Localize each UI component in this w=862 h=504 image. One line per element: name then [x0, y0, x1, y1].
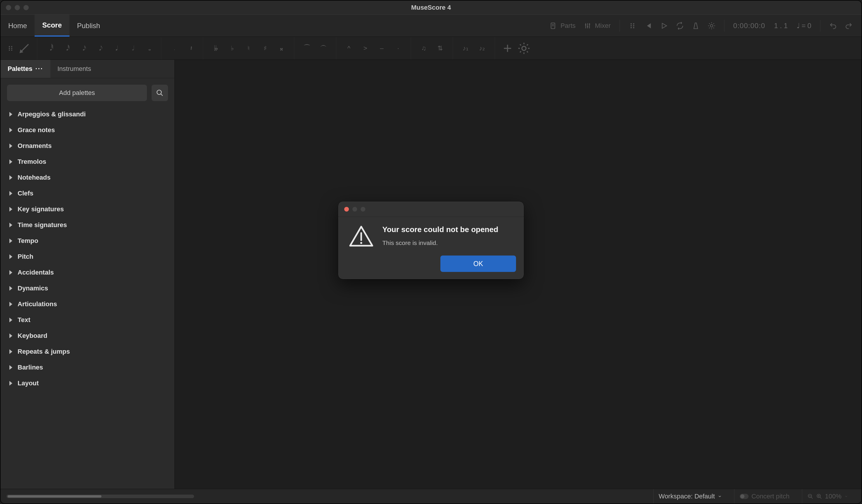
dialog-zoom-icon: [361, 207, 365, 212]
svg-point-32: [360, 242, 362, 244]
dialog-message: This score is invalid.: [382, 239, 515, 247]
ok-button[interactable]: OK: [440, 255, 516, 272]
dialog-titlebar: [338, 202, 524, 217]
error-dialog: Your score could not be opened This scor…: [338, 201, 524, 279]
dialog-minimize-icon: [352, 207, 357, 212]
modal-overlay: Your score could not be opened This scor…: [0, 0, 862, 504]
dialog-close-icon[interactable]: [344, 207, 349, 212]
dialog-heading: Your score could not be opened: [382, 225, 515, 234]
warning-icon: [348, 225, 374, 247]
